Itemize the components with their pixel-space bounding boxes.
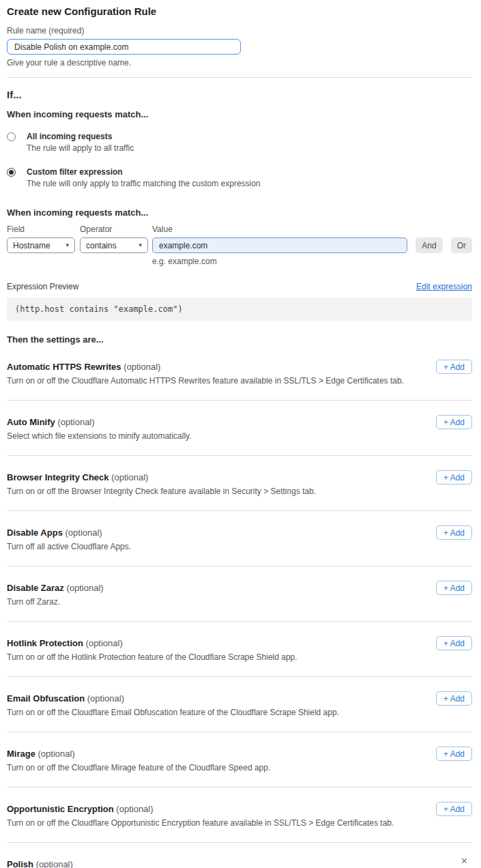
setting-description: Turn on or off the Browser Integrity Che… xyxy=(7,487,472,496)
radio-label: All incoming requests xyxy=(27,132,134,142)
edit-expression-link[interactable]: Edit expression xyxy=(416,282,472,291)
setting-row: Automatic HTTPS Rewrites (optional) Turn… xyxy=(7,345,472,401)
radio-button-checked[interactable] xyxy=(7,168,16,177)
radio-description: The rule will apply to all traffic xyxy=(27,143,134,154)
radio-label: Custom filter expression xyxy=(27,167,261,177)
radio-option-custom-filter-expression[interactable]: Custom filter expression The rule will o… xyxy=(7,167,472,189)
expression-preview-label: Expression Preview xyxy=(7,282,78,291)
expression-preview-code: (http.host contains "example.com") xyxy=(7,298,472,321)
then-settings-heading: Then the settings are... xyxy=(7,334,472,345)
page-title: Create new Configuration Rule xyxy=(7,5,472,18)
value-helper: e.g. example.com xyxy=(152,257,407,266)
radio-option-all-incoming-requests[interactable]: All incoming requests The rule will appl… xyxy=(7,132,472,154)
settings-list: Automatic HTTPS Rewrites (optional) Turn… xyxy=(7,345,472,843)
setting-row: Disable Apps (optional) Turn off all act… xyxy=(7,511,472,566)
setting-optional-tag: (optional) xyxy=(86,638,123,648)
add-setting-button[interactable]: + Add xyxy=(436,415,472,429)
setting-title: Automatic HTTPS Rewrites xyxy=(7,362,121,372)
setting-title: Polish xyxy=(7,859,33,868)
field-label: Field xyxy=(7,225,75,234)
operator-select-value: contains xyxy=(86,241,117,250)
add-setting-button[interactable]: + Add xyxy=(436,691,472,706)
setting-optional-tag: (optional) xyxy=(116,804,153,814)
polish-setting-row: Polish (optional) ✕ Change the settings … xyxy=(7,843,472,868)
radio-description: The rule will only apply to traffic matc… xyxy=(27,179,261,189)
setting-description: Turn on or off the Cloudflare Email Obfu… xyxy=(7,708,472,717)
setting-title: Mirage xyxy=(7,749,35,759)
setting-description: Turn on or off the Cloudflare Mirage fea… xyxy=(7,763,472,772)
setting-optional-tag: (optional) xyxy=(111,472,148,482)
setting-optional-tag: (optional) xyxy=(87,693,124,704)
expression-builder-row: Field Hostname ▾ Operator contains ▾ Val… xyxy=(7,225,472,266)
incoming-requests-match-heading: When incoming requests match... xyxy=(7,109,472,120)
match-type-radio-group: All incoming requests The rule will appl… xyxy=(7,132,472,189)
field-select[interactable]: Hostname ▾ xyxy=(7,237,75,253)
setting-row: Auto Minify (optional) Select which file… xyxy=(7,401,472,456)
close-icon[interactable]: ✕ xyxy=(461,856,468,865)
add-setting-button[interactable]: + Add xyxy=(436,802,472,816)
setting-row: Email Obfuscation (optional) Turn on or … xyxy=(7,677,472,732)
rule-name-label: Rule name (required) xyxy=(7,26,472,35)
setting-description: Turn off Zaraz. xyxy=(7,597,472,607)
value-input[interactable] xyxy=(152,237,407,253)
setting-optional-tag: (optional) xyxy=(123,362,160,372)
add-setting-button[interactable]: + Add xyxy=(436,470,472,484)
setting-description: Turn off all active Cloudflare Apps. xyxy=(7,542,472,551)
setting-optional-tag: (optional) xyxy=(65,527,102,538)
add-setting-button[interactable]: + Add xyxy=(436,636,472,650)
setting-optional-tag: (optional) xyxy=(66,583,103,593)
chevron-down-icon: ▾ xyxy=(65,242,69,248)
create-configuration-rule-page: Create new Configuration Rule Rule name … xyxy=(0,0,481,868)
setting-optional-tag: (optional) xyxy=(57,417,94,427)
field-select-value: Hostname xyxy=(13,241,50,250)
value-label: Value xyxy=(152,225,407,234)
setting-description: Turn on or off the Hotlink Protection fe… xyxy=(7,652,472,662)
setting-title: Disable Zaraz xyxy=(7,583,64,593)
setting-description: Select which file extensions to minify a… xyxy=(7,431,472,441)
setting-row: Browser Integrity Check (optional) Turn … xyxy=(7,456,472,511)
operator-label: Operator xyxy=(80,225,148,234)
add-setting-button[interactable]: + Add xyxy=(436,747,472,761)
setting-description: Turn on or off the Cloudflare Opportunis… xyxy=(7,818,472,828)
setting-title: Email Obfuscation xyxy=(7,693,85,704)
expression-builder-heading: When incoming requests match... xyxy=(7,207,472,218)
setting-optional-tag: (optional) xyxy=(36,859,73,868)
setting-title: Auto Minify xyxy=(7,417,55,427)
if-heading: If... xyxy=(7,89,472,101)
setting-title: Browser Integrity Check xyxy=(7,472,109,482)
setting-row: Opportunistic Encryption (optional) Turn… xyxy=(7,787,472,843)
section-divider xyxy=(7,77,472,78)
or-button[interactable]: Or xyxy=(451,237,472,253)
setting-title: Hotlink Protection xyxy=(7,638,83,648)
rule-name-helper: Give your rule a descriptive name. xyxy=(7,58,472,68)
expression-preview-row: Expression Preview Edit expression xyxy=(7,282,472,291)
operator-select[interactable]: contains ▾ xyxy=(80,237,148,253)
add-setting-button[interactable]: + Add xyxy=(436,525,472,540)
setting-title: Opportunistic Encryption xyxy=(7,804,114,814)
add-setting-button[interactable]: + Add xyxy=(436,581,472,595)
and-button[interactable]: And xyxy=(416,237,442,253)
rule-name-group: Rule name (required) Give your rule a de… xyxy=(7,26,472,68)
setting-row: Mirage (optional) Turn on or off the Clo… xyxy=(7,732,472,787)
chevron-down-icon: ▾ xyxy=(139,242,142,248)
setting-row: Disable Zaraz (optional) Turn off Zaraz.… xyxy=(7,566,472,622)
radio-button-unchecked[interactable] xyxy=(7,132,16,141)
setting-description: Turn on or off the Cloudflare Automatic … xyxy=(7,376,472,386)
setting-row: Hotlink Protection (optional) Turn on or… xyxy=(7,622,472,677)
setting-optional-tag: (optional) xyxy=(38,749,75,759)
add-setting-button[interactable]: + Add xyxy=(436,360,472,374)
setting-title: Disable Apps xyxy=(7,527,63,538)
rule-name-input[interactable] xyxy=(7,39,241,55)
